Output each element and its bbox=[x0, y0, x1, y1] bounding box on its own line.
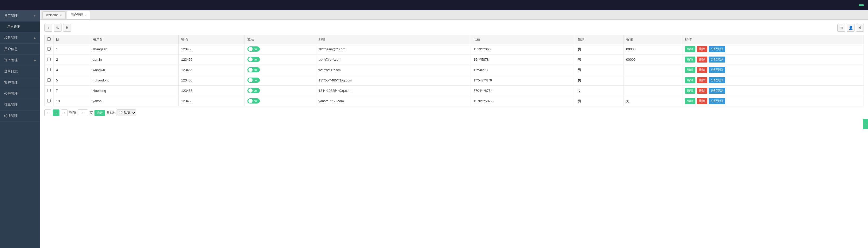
sidebar-item-staff[interactable]: 员工管理 ▼ bbox=[0, 10, 40, 22]
edit-row-button[interactable]: 编辑 bbox=[685, 46, 695, 52]
table-row: 5 huhaodong 123456 on 13**55**485**@q.co… bbox=[44, 75, 864, 86]
cell-username: admin bbox=[90, 55, 178, 65]
prev-page-button[interactable]: ‹ bbox=[44, 110, 51, 116]
table-row: 7 xiaoming 123456 on 134**10825**@q.com … bbox=[44, 86, 864, 96]
row-checkbox-1[interactable] bbox=[47, 58, 51, 61]
row-checkbox-5[interactable] bbox=[47, 99, 51, 102]
per-page-select[interactable]: 10 条/页 20 条/页 50 条/页 bbox=[117, 110, 136, 116]
edit-row-button[interactable]: 编辑 bbox=[685, 57, 695, 63]
sidebar-item-user-management[interactable]: 用户管理 bbox=[0, 22, 40, 32]
cell-phone: 1570***58799 bbox=[471, 96, 575, 106]
toggle-active[interactable]: on bbox=[247, 98, 260, 103]
toggle-active[interactable]: on bbox=[247, 67, 260, 72]
table-row: 4 wangwu 123456 on w**gw**1**.om 1***40*… bbox=[44, 65, 864, 75]
header-username: 用户名 bbox=[90, 35, 178, 44]
edit-row-button[interactable]: 编辑 bbox=[685, 98, 695, 104]
table-row: 1 zhangsan 123456 on zh**gsan@**.com 152… bbox=[44, 44, 864, 55]
page-1-button[interactable]: 1 bbox=[53, 110, 59, 116]
tab-user-management[interactable]: 用户管理 × bbox=[67, 11, 90, 19]
page-goto-input[interactable] bbox=[78, 110, 88, 116]
goto-label: 到第 bbox=[69, 111, 76, 115]
select-all-checkbox[interactable] bbox=[47, 37, 51, 41]
toggle-circle bbox=[248, 78, 253, 82]
cell-gender: 男 bbox=[575, 75, 623, 86]
toolbar-right: ⊞ 👤 🖨 bbox=[837, 24, 864, 32]
row-checkbox-cell bbox=[44, 75, 54, 86]
sidebar-item-login-log[interactable]: 登录日志 bbox=[0, 66, 40, 77]
sidebar-item-customer[interactable]: 客户管理 bbox=[0, 77, 40, 88]
toggle-active[interactable]: on bbox=[247, 57, 260, 62]
toggle-label: on bbox=[254, 68, 257, 71]
user-view-button[interactable]: 👤 bbox=[847, 24, 855, 32]
table-row: 2 admin 123456 on ad**@re**.com 15***587… bbox=[44, 55, 864, 65]
next-page-button[interactable]: › bbox=[61, 110, 68, 116]
cell-password: 123456 bbox=[179, 86, 245, 96]
edit-row-button[interactable]: 编辑 bbox=[685, 77, 695, 83]
assign-row-button[interactable]: 分配资源 bbox=[709, 67, 725, 73]
delete-row-button[interactable]: 删除 bbox=[697, 46, 707, 52]
assign-row-button[interactable]: 分配资源 bbox=[709, 57, 725, 63]
cell-id: 19 bbox=[54, 96, 90, 106]
edit-row-button[interactable]: 编辑 bbox=[685, 88, 695, 94]
row-checkbox-3[interactable] bbox=[47, 79, 51, 82]
tab-welcome-label: welcome bbox=[46, 13, 58, 17]
cell-gender: 男 bbox=[575, 96, 623, 106]
assign-row-button[interactable]: 分配资源 bbox=[709, 98, 725, 104]
chevron-down-icon: ▼ bbox=[33, 14, 36, 18]
tab-user-management-close[interactable]: × bbox=[85, 13, 86, 17]
toggle-label: on bbox=[254, 89, 257, 92]
add-button[interactable]: + bbox=[44, 24, 52, 32]
assign-row-button[interactable]: 分配资源 bbox=[709, 46, 725, 52]
grid-view-button[interactable]: ⊞ bbox=[837, 24, 845, 32]
toggle-circle bbox=[248, 99, 253, 103]
cell-remark: 无 bbox=[623, 96, 682, 106]
sidebar-item-carousel[interactable]: 轮播管理 bbox=[0, 111, 40, 122]
cell-email: yans**_**63.com bbox=[316, 96, 471, 106]
sidebar-item-permissions[interactable]: 权限管理 ▶ bbox=[0, 32, 40, 43]
assign-row-button[interactable]: 分配资源 bbox=[709, 77, 725, 83]
delete-row-button[interactable]: 删除 bbox=[697, 67, 707, 73]
goto-confirm-button[interactable]: 确定 bbox=[94, 110, 105, 116]
row-checkbox-0[interactable] bbox=[47, 47, 51, 51]
cell-gender: 男 bbox=[575, 65, 623, 75]
edit-row-button[interactable]: 编辑 bbox=[685, 67, 695, 73]
sidebar-item-orders[interactable]: 订单管理 bbox=[0, 99, 40, 111]
row-checkbox-cell bbox=[44, 44, 54, 55]
row-checkbox-4[interactable] bbox=[47, 89, 51, 92]
cell-email: 134**10825**@q.com bbox=[316, 86, 471, 96]
sidebar-item-user-info[interactable]: 用户信息 bbox=[0, 43, 40, 55]
delete-row-button[interactable]: 删除 bbox=[697, 57, 707, 63]
right-edge-arrow[interactable]: → bbox=[863, 119, 868, 129]
toggle-label: on bbox=[254, 79, 257, 82]
toolbar-left: + ✎ 🗑 bbox=[44, 24, 71, 32]
tab-welcome-close[interactable]: × bbox=[60, 13, 62, 17]
print-button[interactable]: 🖨 bbox=[856, 24, 864, 32]
row-checkbox-2[interactable] bbox=[47, 68, 51, 71]
toggle-active[interactable]: on bbox=[247, 78, 260, 83]
edit-button[interactable]: ✎ bbox=[54, 24, 62, 32]
total-count-label: 共6条 bbox=[106, 111, 115, 115]
delete-row-button[interactable]: 删除 bbox=[697, 98, 707, 104]
sidebar-item-announcement[interactable]: 公告管理 bbox=[0, 88, 40, 99]
row-checkbox-cell bbox=[44, 55, 54, 65]
sidebar-item-assets[interactable]: 资产管理 ▶ bbox=[0, 55, 40, 66]
cell-remark: 00000 bbox=[623, 44, 682, 55]
toggle-circle bbox=[248, 68, 253, 72]
page-label: 页 bbox=[90, 111, 93, 115]
cell-actions: 编辑 删除 分配资源 bbox=[682, 44, 864, 55]
cell-remark: 00000 bbox=[623, 55, 682, 65]
tab-welcome[interactable]: welcome × bbox=[42, 11, 66, 19]
cell-username: wangwu bbox=[90, 65, 178, 75]
navbar-right bbox=[852, 4, 864, 6]
toggle-active[interactable]: on bbox=[247, 88, 260, 93]
header-password: 密码 bbox=[179, 35, 245, 44]
cell-phone: 15***5878 bbox=[471, 55, 575, 65]
cell-password: 123456 bbox=[179, 75, 245, 86]
delete-row-button[interactable]: 删除 bbox=[697, 77, 707, 83]
assign-row-button[interactable]: 分配资源 bbox=[709, 88, 725, 94]
my-backend-button[interactable] bbox=[859, 4, 864, 6]
header-email: 邮箱 bbox=[316, 35, 471, 44]
delete-row-button[interactable]: 删除 bbox=[697, 88, 707, 94]
delete-button[interactable]: 🗑 bbox=[63, 24, 71, 32]
toggle-active[interactable]: on bbox=[247, 46, 260, 52]
